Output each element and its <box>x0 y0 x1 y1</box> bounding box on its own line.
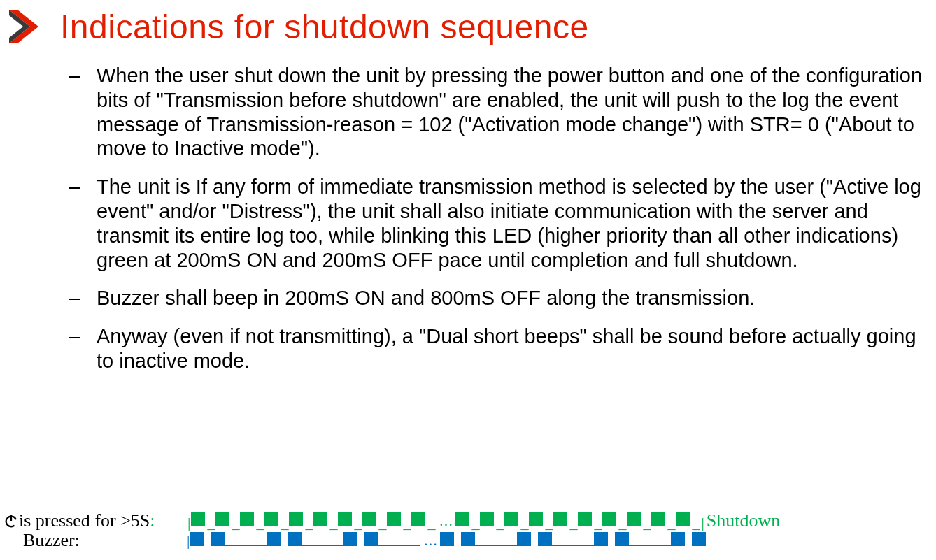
buzzer-on-block <box>517 532 531 546</box>
led-off-gap: _ <box>281 514 288 531</box>
led-on-block <box>240 512 254 526</box>
led-on-block <box>676 512 690 526</box>
led-off-gap: _ <box>471 514 479 531</box>
led-off-gap: _ <box>329 514 337 531</box>
buzzer-on-block <box>440 532 454 546</box>
slide: Indications for shutdown sequence – When… <box>0 0 936 560</box>
bullet-item: – Anyway (even if not transmitting), a "… <box>69 324 936 373</box>
led-on-block <box>362 512 376 526</box>
led-on-block <box>411 512 425 526</box>
led-off-gap: _ <box>427 514 435 531</box>
led-blocks-before: __________ <box>191 512 436 530</box>
pipe: | <box>701 514 704 532</box>
led-on-block <box>627 512 641 526</box>
buzzer-on-block <box>343 532 357 546</box>
buzzer-off-gap <box>302 532 343 546</box>
led-off-gap: _ <box>403 514 411 531</box>
buzzer-on-block <box>692 532 706 546</box>
led-on-block <box>504 512 518 526</box>
led-off-gap: _ <box>594 514 602 531</box>
led-off-gap: _ <box>618 514 626 531</box>
led-off-gap: _ <box>378 514 386 531</box>
led-on-block <box>602 512 616 526</box>
led-off-gap: _ <box>305 514 313 531</box>
buzzer-pattern: | … <box>187 531 706 550</box>
shutdown-label: Shutdown <box>707 510 780 531</box>
led-on-block <box>338 512 352 526</box>
led-blocks-after: __________ <box>455 512 700 530</box>
bullet-dash: – <box>69 64 97 161</box>
led-on-block <box>578 512 592 526</box>
buzzer-off-gap <box>225 532 267 546</box>
led-off-gap: _ <box>569 514 577 531</box>
buzzer-timing-row: Buzzer: | … <box>3 532 922 549</box>
bullet-dash: – <box>69 324 97 373</box>
buzzer-on-block <box>538 532 552 546</box>
buzzer-blocks-after <box>440 532 706 549</box>
pipe: | <box>187 514 190 532</box>
buzzer-on-block <box>671 532 685 546</box>
press-label-wrap: is pressed for >5S : <box>3 510 183 531</box>
buzzer-on-block <box>594 532 608 546</box>
led-timing-row: is pressed for >5S : | __________ … ____… <box>3 512 922 529</box>
led-on-block <box>215 512 229 526</box>
led-off-gap: _ <box>496 514 504 531</box>
buzzer-on-block <box>190 532 204 546</box>
led-on-block <box>191 512 205 526</box>
buzzer-label-wrap: Buzzer: <box>3 530 183 551</box>
led-off-gap: _ <box>692 514 700 531</box>
page-title: Indications for shutdown sequence <box>60 8 589 46</box>
bullet-item: – The unit is If any form of immediate t… <box>69 175 936 272</box>
buzzer-label: Buzzer: <box>23 530 80 550</box>
led-pattern: | __________ … __________ | Shutdown <box>187 510 780 531</box>
buzzer-on-block <box>615 532 629 546</box>
led-on-block <box>264 512 278 526</box>
led-off-gap: _ <box>256 514 264 531</box>
led-on-block <box>529 512 543 526</box>
buzzer-on-block <box>364 532 378 546</box>
bullet-item: – When the user shut down the unit by pr… <box>69 64 936 161</box>
header: Indications for shutdown sequence <box>0 7 936 46</box>
bullet-text: When the user shut down the unit by pres… <box>97 64 936 161</box>
led-on-block <box>553 512 567 526</box>
power-icon <box>3 513 19 529</box>
timing-diagram: is pressed for >5S : | __________ … ____… <box>3 512 922 552</box>
bullet-text: Buzzer shall beep in 200mS ON and 800mS … <box>97 286 936 310</box>
bullet-text: The unit is If any form of immediate tra… <box>97 175 936 272</box>
led-off-gap: _ <box>354 514 362 531</box>
buzzer-off-gap <box>475 532 517 546</box>
buzzer-on-block <box>461 532 475 546</box>
press-label: is pressed for >5S <box>19 510 150 531</box>
led-on-block <box>651 512 665 526</box>
led-off-gap: _ <box>232 514 239 531</box>
led-on-block <box>387 512 401 526</box>
buzzer-on-block <box>267 532 281 546</box>
led-on-block <box>289 512 303 526</box>
content-area: – When the user shut down the unit by pr… <box>0 64 936 373</box>
led-on-block <box>313 512 327 526</box>
ellipsis: … <box>423 533 437 549</box>
led-off-gap: _ <box>643 514 651 531</box>
led-off-gap: _ <box>545 514 553 531</box>
buzzer-on-block <box>288 532 302 546</box>
buzzer-blocks-before <box>190 532 420 549</box>
led-off-gap: _ <box>207 514 215 531</box>
logo-chevron-icon <box>3 7 43 46</box>
colon-green: : <box>150 510 155 531</box>
buzzer-off-gap <box>552 532 594 546</box>
bullet-text: Anyway (even if not transmitting), a "Du… <box>97 324 936 373</box>
buzzer-on-block <box>211 532 225 546</box>
led-off-gap: _ <box>667 514 675 531</box>
bullet-dash: – <box>69 175 97 272</box>
led-off-gap: _ <box>520 514 528 531</box>
led-on-block <box>480 512 494 526</box>
led-on-block <box>455 512 469 526</box>
bullet-dash: – <box>69 286 97 310</box>
bullet-item: – Buzzer shall beep in 200mS ON and 800m… <box>69 286 936 310</box>
buzzer-off-gap <box>378 532 420 546</box>
buzzer-off-gap <box>629 532 671 546</box>
ellipsis: … <box>439 513 453 529</box>
